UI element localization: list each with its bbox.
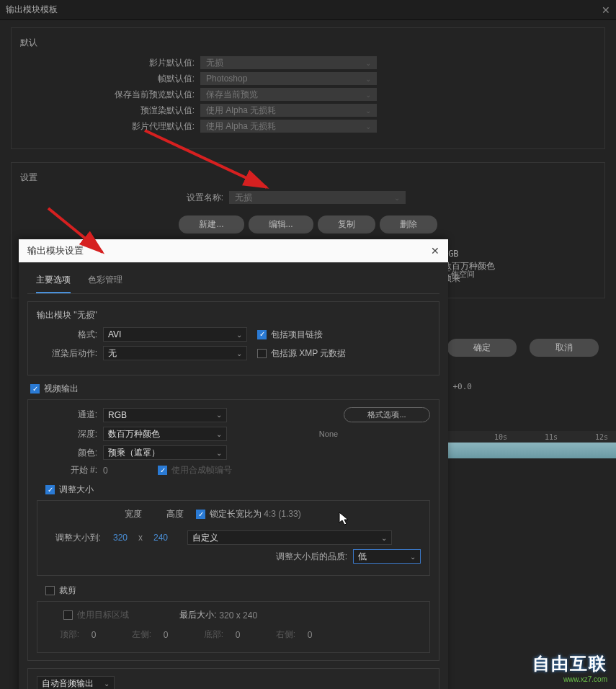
resize-to-label: 调整大小到: xyxy=(46,532,107,544)
crop-group: 使用目标区域 最后大小: 320 x 240 顶部: 0 左侧: 0 底部: 0… xyxy=(37,601,430,653)
include-link-checkbox[interactable] xyxy=(257,330,267,339)
defaults-group-title: 默认 xyxy=(20,37,596,49)
post-render-label: 渲染后动作: xyxy=(37,347,103,360)
resize-width-input[interactable]: 320 xyxy=(107,533,134,543)
movie-default-label: 影片默认值: xyxy=(20,57,200,69)
tab-main-options[interactable]: 主要选项 xyxy=(36,274,71,293)
crop-right-label: 右侧: xyxy=(252,628,295,641)
output-module-title: 输出模块 "无损" xyxy=(37,309,430,321)
include-xmp-checkbox[interactable] xyxy=(257,349,267,358)
main-dialog-title: 输出模块模板 xyxy=(6,4,58,16)
final-size-label: 最后大小: xyxy=(179,609,216,621)
timeline-track[interactable] xyxy=(447,443,616,458)
resize-group: 宽度 高度 锁定长宽比为 4:3 (1.33) 调整大小到: 320 x 240… xyxy=(37,500,430,576)
output-module-settings-dialog: 输出模块设置 ✕ 主要选项 色彩管理 输出模块 "无损" 格式: AVI 包括项… xyxy=(19,239,448,689)
v-channel-label: 通道: xyxy=(37,409,103,421)
video-group: 通道: RGB 格式选项... 深度: 数百万种颜色 None 颜色: 预乘（遮… xyxy=(27,399,439,661)
video-none-text: None xyxy=(319,430,338,438)
audio-group: 自动音频输出 只有当合成中含有音频时，才会输出音频。 48.000 kHz 16… xyxy=(27,668,439,689)
cancel-button[interactable]: 取消 xyxy=(530,339,599,357)
crop-bottom-value[interactable]: 0 xyxy=(223,630,252,640)
crop-left-label: 左侧: xyxy=(108,628,151,641)
v-start-value[interactable]: 0 xyxy=(103,466,132,476)
ok-button[interactable]: 确定 xyxy=(447,339,517,357)
prerender-default-select[interactable]: 使用 Alpha 无损耗 xyxy=(200,104,377,117)
sub-tabs: 主要选项 色彩管理 xyxy=(27,270,439,294)
sub-dialog-titlebar: 输出模块设置 ✕ xyxy=(19,239,448,262)
sub-close-icon[interactable]: ✕ xyxy=(431,245,439,257)
main-dialog-titlebar: 输出模块模板 ✕ xyxy=(0,0,616,20)
close-icon[interactable]: ✕ xyxy=(602,4,610,16)
setting-name-select[interactable]: 无损 xyxy=(229,191,406,204)
resize-preset-select[interactable]: 自定义 xyxy=(187,530,392,545)
video-format-options-button[interactable]: 格式选项... xyxy=(344,407,430,422)
v-color-label: 颜色: xyxy=(37,447,103,459)
frame-default-label: 帧默认值: xyxy=(20,73,200,85)
delete-button[interactable]: 删除 xyxy=(380,215,437,234)
v-depth-select[interactable]: 数百万种颜色 xyxy=(103,427,227,441)
lock-aspect-checkbox[interactable] xyxy=(196,510,205,519)
proxy-default-label: 影片代理默认值: xyxy=(20,120,200,133)
include-xmp-label: 包括源 XMP 元数据 xyxy=(271,347,346,360)
output-module-group: 输出模块 "无损" 格式: AVI 包括项目链接 渲染后动作: 无 包括源 XM… xyxy=(27,301,439,375)
resize-checkbox[interactable] xyxy=(45,485,55,494)
defaults-group: 默认 影片默认值: 无损 帧默认值: Photoshop 保存当前预览默认值: … xyxy=(11,27,605,149)
crop-left-value[interactable]: 0 xyxy=(151,630,180,640)
final-size-value: 320 x 240 xyxy=(219,610,257,621)
video-output-label: 视频输出 xyxy=(44,383,79,395)
settings-group-title: 设置 xyxy=(20,172,596,184)
sub-format-select[interactable]: AVI xyxy=(103,327,247,342)
timeline-ruler: 10s 11s 12s xyxy=(447,431,616,443)
v-channel-select[interactable]: RGB xyxy=(103,408,227,422)
crop-top-value[interactable]: 0 xyxy=(79,630,108,640)
proxy-default-select[interactable]: 使用 Alpha 无损耗 xyxy=(200,120,377,133)
resize-height-input[interactable]: 240 xyxy=(147,533,174,543)
use-comp-frame-label: 使用合成帧编号 xyxy=(171,464,232,476)
sub-format-label: 格式: xyxy=(37,329,103,341)
duplicate-button[interactable]: 复制 xyxy=(318,215,375,234)
tab-color-management[interactable]: 色彩管理 xyxy=(88,274,122,293)
resize-label: 调整大小 xyxy=(59,484,94,496)
v-color-select[interactable]: 预乘（遮罩） xyxy=(103,445,227,460)
setting-name-label: 设置名称: xyxy=(20,192,229,204)
crop-top-label: 顶部: xyxy=(46,628,79,641)
use-target-label: 使用目标区域 xyxy=(77,609,129,621)
auto-audio-select[interactable]: 自动音频输出 xyxy=(37,676,115,689)
video-output-checkbox[interactable] xyxy=(30,384,40,394)
use-comp-frame-checkbox[interactable] xyxy=(158,466,167,475)
include-link-label: 包括项目链接 xyxy=(271,329,323,341)
crop-right-value[interactable]: 0 xyxy=(295,630,324,640)
width-header: 宽度 xyxy=(112,508,154,520)
timeline-offset: +0.0 xyxy=(453,382,473,391)
crop-checkbox[interactable] xyxy=(45,586,55,595)
quality-label: 调整大小后的品质: xyxy=(276,551,353,563)
v-depth-label: 深度: xyxy=(37,428,103,440)
quality-select[interactable]: 低 xyxy=(353,549,421,564)
edit-button[interactable]: 编辑... xyxy=(249,215,313,234)
crop-label: 裁剪 xyxy=(59,584,76,597)
v-start-label: 开始 #: xyxy=(37,464,103,476)
save-preview-default-label: 保存当前预览默认值: xyxy=(20,89,200,101)
save-preview-default-select[interactable]: 保存当前预览 xyxy=(200,88,377,101)
lock-aspect-label: 锁定长宽比为 4:3 (1.33) xyxy=(210,508,301,520)
resize-x: x xyxy=(134,533,147,543)
prerender-default-label: 预渲染默认值: xyxy=(20,105,200,117)
movie-default-select[interactable]: 无损 xyxy=(200,56,377,69)
watermark-logo: 自由互联 www.xz7.com xyxy=(532,652,607,683)
use-target-checkbox[interactable] xyxy=(63,610,73,620)
frame-default-select[interactable]: Photoshop xyxy=(200,72,377,85)
crop-bottom-label: 底部: xyxy=(180,628,223,641)
post-render-select[interactable]: 无 xyxy=(103,346,247,360)
sub-dialog-title: 输出模块设置 xyxy=(27,244,84,257)
new-button[interactable]: 新建... xyxy=(179,215,244,234)
height-header: 高度 xyxy=(154,508,196,520)
